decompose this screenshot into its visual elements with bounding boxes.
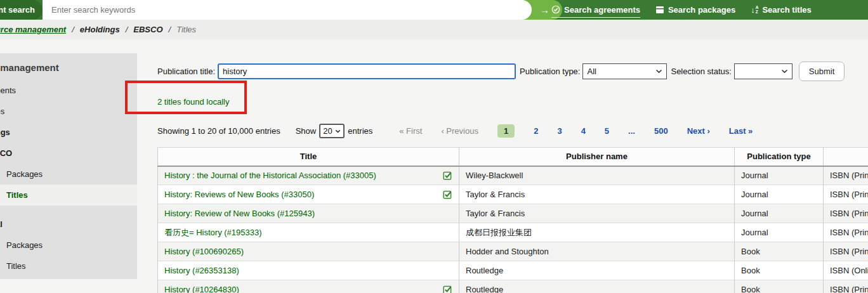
sidebar-item-licenses[interactable]: Licenses <box>0 101 137 122</box>
pager-first: « First <box>399 126 422 136</box>
selected-check-icon <box>443 171 452 180</box>
publisher-cell: Taylor & Francis <box>459 204 735 223</box>
nav-search-packages-label: Search packages <box>668 5 735 15</box>
table-row: History : the Journal of the Historical … <box>158 166 868 185</box>
identifier-cell: ISBN (Print) <box>824 166 868 185</box>
sidebar-item-ebsco[interactable]: EBSCO <box>0 143 137 164</box>
publication-type-cell: Book <box>735 242 824 261</box>
column-header-publication-type[interactable]: Publication type <box>735 148 824 166</box>
selection-status-select[interactable] <box>734 63 792 79</box>
pager-last[interactable]: Last » <box>729 126 753 136</box>
selected-check-icon <box>443 285 452 293</box>
nav-search-agreements[interactable]: Search agreements <box>551 3 640 18</box>
publication-title-input[interactable] <box>218 63 516 79</box>
identifier-cell: ISBN (Print) <box>824 242 868 261</box>
nav-search-titles-label: Search titles <box>762 5 811 15</box>
pager-ellipsis: ... <box>628 126 635 136</box>
nav-search-titles[interactable]: ↓ A Z Search titles <box>751 3 812 18</box>
sidebar-heading: Electronic resource management <box>0 62 137 73</box>
identifier-cell: ISBN (Print) <box>824 223 868 242</box>
topbar: → Agreement search Search agreements Sea… <box>0 0 868 20</box>
submit-button[interactable]: Submit <box>799 62 845 81</box>
title-link[interactable]: History: Reviews of New Books (#33050) <box>164 190 314 199</box>
publication-type-label: Publication type: <box>520 67 580 76</box>
selection-status-label: Selection status: <box>671 67 731 76</box>
table-header-row: Title Publisher name Publication type <box>158 148 868 166</box>
chevron-down-icon <box>335 129 341 133</box>
column-header-title[interactable]: Title <box>158 148 459 166</box>
publication-type-cell: Journal <box>735 166 824 185</box>
pager-page-5[interactable]: 5 <box>605 126 609 136</box>
page-size-select[interactable]: 20 <box>319 124 345 138</box>
breadcrumb: Electronic resource management / eHoldin… <box>0 20 868 39</box>
title-link[interactable]: History (#26353138) <box>164 266 239 275</box>
publication-type-cell: Journal <box>735 185 824 204</box>
title-link[interactable]: 看历史= History (#195333) <box>164 227 262 238</box>
breadcrumb-ebsco-link[interactable]: EBSCO <box>133 25 162 34</box>
publisher-cell: Hodder and Stoughton <box>459 242 735 261</box>
column-header-publisher[interactable]: Publisher name <box>459 148 735 166</box>
pager-page-4[interactable]: 4 <box>581 126 586 136</box>
header-search-nav: Search agreements Search packages ↓ A Z … <box>551 0 812 20</box>
sidebar-item-local-titles[interactable]: Titles <box>0 256 137 277</box>
arrow-right-icon: → <box>540 5 549 15</box>
title-link[interactable]: History: Review of New Books (#125943) <box>164 209 315 218</box>
table-row: History: Review of New Books (#125943)Ta… <box>158 204 868 223</box>
search-input[interactable] <box>43 0 532 20</box>
chevron-down-icon <box>781 69 788 74</box>
titles-found-locally-link[interactable]: 2 titles found locally <box>157 97 229 107</box>
breadcrumb-eholdings-link[interactable]: eHoldings <box>80 25 120 34</box>
nav-search-agreements-label: Search agreements <box>564 5 640 15</box>
breadcrumb-separator: / <box>126 25 128 34</box>
title-link[interactable]: History : the Journal of the Historical … <box>164 171 376 180</box>
nav-search-packages[interactable]: Search packages <box>655 3 735 18</box>
selected-check-icon <box>443 190 452 199</box>
sidebar-item-eholdings[interactable]: eHoldings <box>0 122 137 143</box>
identifier-cell: ISBN (Online) <box>824 261 868 280</box>
sidebar-item-agreements[interactable]: Agreements <box>0 80 137 101</box>
table-row: History: Reviews of New Books (#33050)Ta… <box>158 185 868 204</box>
pager-page-500[interactable]: 500 <box>654 126 668 136</box>
publication-type-cell: Journal <box>735 223 824 242</box>
sidebar-item-local-packages[interactable]: Packages <box>0 235 137 256</box>
sidebar-item-local[interactable]: Local <box>0 214 137 235</box>
publication-type-cell: Book <box>735 280 824 293</box>
publisher-cell: Taylor & Francis <box>459 185 735 204</box>
publisher-cell: Routledge <box>459 280 735 293</box>
publisher-cell: Wiley-Blackwell <box>459 166 735 185</box>
breadcrumb-separator: / <box>169 25 171 34</box>
breadcrumb-erm-link[interactable]: Electronic resource management <box>0 25 66 34</box>
titles-filter-form: Publication title: Publication type: All… <box>157 62 868 81</box>
sidebar-item-ebsco-titles[interactable]: Titles <box>0 185 137 205</box>
publication-type-cell: Journal <box>735 204 824 223</box>
pager-next[interactable]: Next › <box>687 126 710 136</box>
pager-page-2[interactable]: 2 <box>534 126 538 136</box>
sidebar-menu: Agreements Licenses eHoldings EBSCO Pack… <box>0 80 137 277</box>
sort-az-icon: ↓ A Z <box>751 6 758 15</box>
main-panel: Publication title: Publication type: All… <box>157 53 868 293</box>
check-circle-icon <box>551 5 560 14</box>
entries-label: entries <box>348 126 372 136</box>
table-row: History (#10264830)RoutledgeBookISBN (Pr… <box>158 280 868 293</box>
table-row: History (#26353138)RoutledgeBookISBN (On… <box>158 261 868 280</box>
breadcrumb-current-page: Titles <box>176 25 196 34</box>
identifier-cell: ISBN (Print) <box>824 185 868 204</box>
identifier-cell: ISBN (Print) <box>824 280 868 293</box>
pager-previous: ‹ Previous <box>441 126 478 136</box>
title-link[interactable]: History (#10264830) <box>164 285 239 293</box>
pager-page-3[interactable]: 3 <box>557 126 562 136</box>
search-tab-label: Agreement search <box>0 5 35 15</box>
search-tab-agreement[interactable]: Agreement search <box>0 0 43 20</box>
pager-page-1[interactable]: 1 <box>497 124 515 138</box>
publisher-cell: 成都日报报业集团 <box>459 223 735 242</box>
show-label: Show <box>296 126 317 136</box>
entries-summary: Showing 1 to 20 of 10,000 entries <box>157 126 280 136</box>
title-link[interactable]: History (#100690265) <box>164 247 244 256</box>
identifier-cell: ISBN (Print) <box>824 204 868 223</box>
column-header-identifier[interactable] <box>824 148 868 166</box>
pagination-bar: Showing 1 to 20 of 10,000 entries Show 2… <box>157 124 868 138</box>
sidebar-item-ebsco-packages[interactable]: Packages <box>0 164 137 185</box>
publication-type-select[interactable]: All <box>582 63 667 79</box>
publication-type-cell: Book <box>735 261 824 280</box>
publisher-cell: Routledge <box>459 261 735 280</box>
